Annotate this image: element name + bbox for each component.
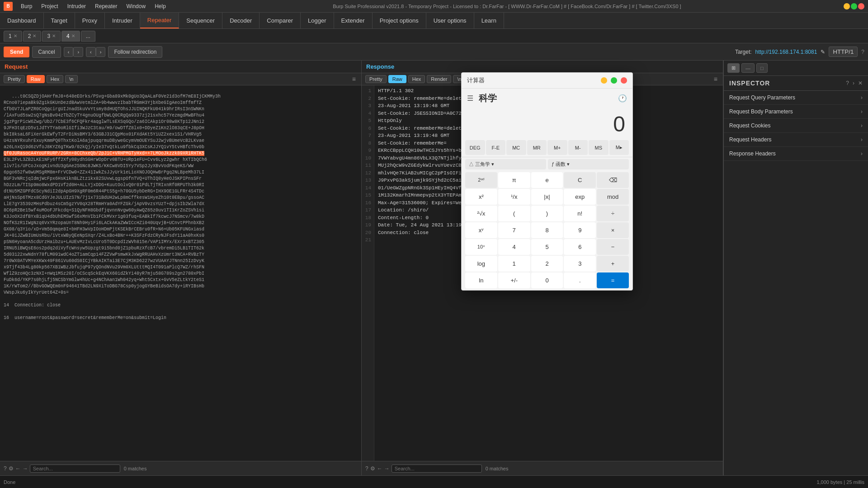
close-button[interactable] <box>858 3 864 9</box>
request-tab-1[interactable]: 1 ✕ <box>4 31 22 42</box>
request-code-area[interactable]: ...t0CSQZDjOAHrfmJ8+648eEOrks/PSvg+Gba89… <box>0 85 361 461</box>
calc-factorial-btn[interactable]: n! <box>564 206 596 221</box>
calc-fe-btn[interactable]: F-E <box>486 140 506 155</box>
inspector-close-icon[interactable]: ✕ <box>858 80 863 86</box>
inspector-help-icon[interactable]: ? <box>846 80 849 86</box>
response-render-btn[interactable]: Render <box>427 75 451 83</box>
nav-back-button[interactable]: ‹ <box>64 47 74 57</box>
calc-mod-btn[interactable]: mod <box>597 189 629 205</box>
tab-logger[interactable]: Logger <box>301 13 334 28</box>
calc-xy-btn[interactable]: xʸ <box>465 222 497 238</box>
calc-clear-btn[interactable]: C <box>564 172 596 188</box>
response-settings-icon[interactable]: ⚙ <box>370 465 375 472</box>
tab-repeater[interactable]: Repeater <box>140 13 179 28</box>
minimize-button[interactable] <box>844 3 850 9</box>
request-tab-4[interactable]: 4 ✕ <box>61 31 80 42</box>
tab-decoder[interactable]: Decoder <box>222 13 259 28</box>
menu-repeater[interactable]: Repeater <box>90 1 122 11</box>
calc-rparen-btn[interactable]: ) <box>531 206 563 221</box>
calc-9-btn[interactable]: 9 <box>564 222 596 238</box>
request-menu-icon[interactable]: ≡ <box>350 75 358 83</box>
calc-divide-btn[interactable]: ÷ <box>597 206 629 221</box>
tab-learn[interactable]: Learn <box>474 13 504 28</box>
calc-lparen-btn[interactable]: ( <box>498 206 530 221</box>
response-raw-btn[interactable]: Raw <box>388 75 406 83</box>
tab-target[interactable]: Target <box>44 13 75 28</box>
inspector-section-req-headers[interactable]: Request Headers › <box>724 133 868 147</box>
response-search-next[interactable]: → <box>384 465 390 472</box>
tab-intruder[interactable]: Intruder <box>105 13 140 28</box>
inspector-section-cookies[interactable]: Request Cookies › <box>724 119 868 133</box>
menu-window[interactable]: Window <box>122 1 150 11</box>
menu-project[interactable]: Project <box>37 1 62 11</box>
menu-help[interactable]: Help <box>150 1 170 11</box>
tab-project-options[interactable]: Project options <box>373 13 426 28</box>
send-button[interactable]: Send <box>4 47 29 57</box>
calc-reciprocal-btn[interactable]: ¹/x <box>498 189 530 205</box>
calc-mminus-btn[interactable]: M- <box>568 140 588 155</box>
calc-abs-btn[interactable]: |x| <box>531 189 563 205</box>
request-search-next[interactable]: → <box>23 465 28 472</box>
view-mode-horizontal[interactable]: — <box>741 63 755 73</box>
request-pretty-btn[interactable]: Pretty <box>4 75 25 83</box>
calc-mr-btn[interactable]: MR <box>527 140 547 155</box>
calc-equals-btn[interactable]: = <box>597 272 629 288</box>
calc-mstore-btn[interactable]: M▸ <box>609 140 629 155</box>
tab-comparer[interactable]: Comparer <box>259 13 301 28</box>
tab-sequencer[interactable]: Sequencer <box>179 13 222 28</box>
view-mode-split[interactable]: ⊞ <box>727 63 740 73</box>
view-mode-vertical[interactable]: □ <box>756 63 768 73</box>
calc-1-btn[interactable]: 1 <box>498 256 530 272</box>
calc-3-btn[interactable]: 3 <box>564 256 596 272</box>
request-tab-3[interactable]: 3 ✕ <box>42 31 61 42</box>
request-search-prev[interactable]: ← <box>15 465 21 472</box>
http-version-button[interactable]: HTTP/1 <box>829 47 858 57</box>
request-tab-2[interactable]: 2 ✕ <box>23 31 42 42</box>
tab-4-close[interactable]: ✕ <box>71 33 75 38</box>
response-search-prev[interactable]: ← <box>377 465 382 472</box>
calc-pi-btn[interactable]: π <box>498 172 530 188</box>
response-search-input[interactable] <box>392 465 482 473</box>
calc-backspace-btn[interactable]: ⌫ <box>597 172 629 188</box>
calc-0-btn[interactable]: 0 <box>531 272 563 288</box>
calc-history-icon[interactable]: 🕐 <box>618 94 627 103</box>
response-help-icon[interactable]: ? <box>365 465 368 472</box>
follow-redirection-button[interactable]: Follow redirection <box>108 46 162 58</box>
request-tab-more[interactable]: ... <box>81 31 95 42</box>
tab-1-close[interactable]: ✕ <box>14 33 17 38</box>
calc-7-btn[interactable]: 7 <box>498 222 530 238</box>
calc-exp-btn[interactable]: exp <box>564 189 596 205</box>
response-menu-icon[interactable]: ≡ <box>712 75 719 83</box>
inspector-expand-icon[interactable]: › <box>853 80 854 86</box>
calc-plusminus-btn[interactable]: +/- <box>498 272 530 288</box>
tab-2-close[interactable]: ✕ <box>33 33 36 38</box>
toolbar-help-icon[interactable]: ? <box>861 49 864 55</box>
tab-proxy[interactable]: Proxy <box>75 13 105 28</box>
calc-e-btn[interactable]: e <box>531 172 563 188</box>
response-pretty-btn[interactable]: Pretty <box>365 75 387 83</box>
calc-5-btn[interactable]: 5 <box>531 239 563 255</box>
edit-target-icon[interactable]: ✎ <box>821 49 825 55</box>
tab-3-close[interactable]: ✕ <box>52 33 56 38</box>
calc-maximize[interactable]: □ <box>611 77 617 84</box>
calc-ms-btn[interactable]: MS <box>589 140 609 155</box>
calc-mc-btn[interactable]: MC <box>506 140 526 155</box>
calc-trig-dropdown[interactable]: △ 三角学 ▾ <box>465 159 546 169</box>
calc-log-btn[interactable]: log <box>465 256 497 272</box>
inspector-section-query[interactable]: Request Query Parameters › <box>724 91 868 105</box>
inspector-section-body[interactable]: Request Body Parameters › <box>724 105 868 119</box>
cancel-button[interactable]: Cancel <box>32 46 61 58</box>
calc-2-btn[interactable]: 2 <box>531 256 563 272</box>
calc-ln-btn[interactable]: ln <box>465 272 497 288</box>
nav-up-button[interactable]: › <box>96 47 106 57</box>
calc-6-btn[interactable]: 6 <box>564 239 596 255</box>
calc-sqrt-btn[interactable]: ²√x <box>465 206 497 221</box>
calc-10x-btn[interactable]: 10ˣ <box>465 239 497 255</box>
calc-decimal-btn[interactable]: . <box>564 272 596 288</box>
request-raw-btn[interactable]: Raw <box>27 75 45 83</box>
calc-minimize[interactable]: − <box>601 77 607 84</box>
calc-2nd-btn[interactable]: 2ⁿᵈ <box>465 172 497 188</box>
tab-user-options[interactable]: User options <box>426 13 474 28</box>
maximize-button[interactable] <box>851 3 857 9</box>
request-hex-btn[interactable]: Hex <box>47 75 64 83</box>
